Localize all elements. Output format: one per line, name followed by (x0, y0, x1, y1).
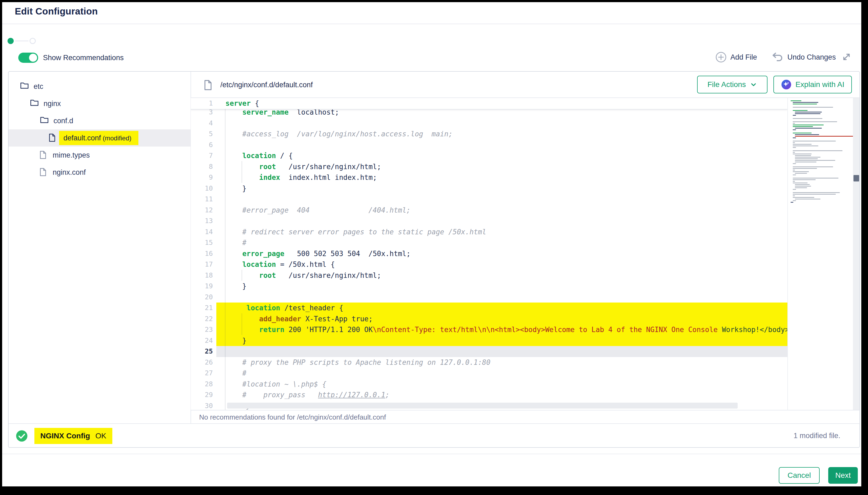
undo-changes-label: Undo Changes (787, 53, 836, 62)
code-line-12: 12 #error_page 404 /404.html; (191, 205, 787, 216)
minimap-line (793, 107, 833, 108)
line-number: 9 (191, 172, 213, 183)
explain-ai-label: Explain with AI (796, 80, 844, 89)
line-number: 4 (191, 118, 213, 129)
tree-item-nginx[interactable]: nginx (8, 95, 191, 112)
line-content: #location ~ \.php$ { (226, 379, 327, 390)
screenshot-edge-bottom (0, 487, 868, 495)
footer-divider (2, 454, 861, 454)
minimap-line (793, 183, 807, 183)
code-line-19: 19 } (191, 281, 787, 292)
line-number: 29 (191, 390, 213, 400)
minimap-line (793, 137, 796, 138)
minimap-line (795, 155, 811, 156)
line-content: # (226, 237, 246, 248)
line-content: #error_page 404 /404.html; (226, 205, 411, 216)
minimap-line (793, 189, 796, 190)
check-circle-icon (16, 430, 28, 442)
minimap-line (793, 194, 836, 194)
code-line-23: 23 return 200 'HTTP/1.1 200 OK\nContent-… (191, 324, 787, 335)
code-line-8: 8 root /usr/share/nginx/html; (191, 161, 787, 172)
file-icon (39, 168, 47, 176)
minimap-line (793, 154, 812, 154)
line-number: 27 (191, 368, 213, 379)
tree-item-conf-d[interactable]: conf.d (8, 112, 191, 130)
minimap-line (795, 161, 816, 163)
explain-with-ai-button[interactable]: Explain with AI (773, 76, 852, 93)
minimap-line (793, 170, 795, 170)
file-icon (48, 133, 56, 142)
tree-item-label: default.conf (modified) (59, 131, 138, 145)
line-number: 12 (191, 205, 213, 216)
minimap-line (795, 134, 819, 135)
tree-item-nginx-conf[interactable]: nginx.conf (8, 164, 191, 181)
sticky-line: 1server { (191, 98, 787, 109)
line-number: 8 (191, 161, 213, 172)
tree-item-mime-types[interactable]: mime.types (8, 147, 191, 164)
line-number: 10 (191, 183, 213, 194)
tree-item-label: mime.types (53, 151, 90, 159)
line-number: 26 (191, 357, 213, 368)
expand-icon[interactable] (841, 52, 852, 62)
vertical-scrollbar-thumb[interactable] (853, 175, 859, 182)
code-line-24: 24 } (191, 335, 787, 346)
undo-changes-button[interactable]: Undo Changes (772, 52, 836, 63)
modified-file-count: 1 modified file. (793, 424, 840, 448)
line-content: index index.html index.htm; (226, 172, 377, 183)
minimap-line (795, 186, 811, 187)
minimap-line (795, 187, 807, 188)
show-recommendations-toggle[interactable] (18, 53, 38, 63)
minimap-line (793, 118, 822, 119)
add-file-button[interactable]: Add File (715, 52, 757, 63)
cancel-button[interactable]: Cancel (779, 467, 820, 484)
nginx-config-value: OK (95, 432, 106, 440)
minimap-line (793, 146, 818, 146)
minimap[interactable] (787, 98, 853, 410)
minimap-line (793, 144, 812, 145)
minimap-line (795, 128, 822, 129)
file-path: /etc/nginx/conf.d/default.conf (220, 81, 313, 89)
code-line-29: 29 # proxy_pass http://127.0.0.1; (191, 390, 787, 400)
minimap-line (795, 112, 822, 113)
line-content: location = /50x.html { (226, 259, 335, 270)
code-line-21: 21 location /test_header { (191, 303, 787, 313)
code-line-1: 1server { (191, 98, 787, 109)
next-label: Next (835, 471, 851, 480)
line-content: location /test_header { (226, 303, 343, 313)
minimap-line (793, 115, 796, 116)
minimap-line (793, 171, 809, 172)
minimap-line (793, 192, 840, 193)
minimap-line (793, 178, 838, 178)
vertical-scrollbar-track[interactable] (853, 98, 860, 410)
edit-configuration-modal: Edit Configuration Show Recommendations … (0, 0, 868, 495)
file-actions-button[interactable]: File Actions (697, 76, 768, 93)
horizontal-scrollbar[interactable] (227, 403, 738, 409)
line-number: 30 (191, 400, 213, 410)
minimap-line (793, 142, 795, 143)
line-content: # proxy_pass http://127.0.0.1; (226, 390, 389, 400)
code-editor[interactable]: 3 server_name localhost;45 #access_log /… (191, 98, 787, 410)
minimap-line (793, 110, 807, 111)
minimap-line (791, 100, 801, 101)
file-icon (203, 80, 213, 90)
code-lines: 3 server_name localhost;45 #access_log /… (191, 107, 787, 410)
minimap-line (791, 202, 793, 203)
nginx-config-status-badge: NGINX ConfigOK (34, 428, 112, 444)
line-number: 5 (191, 129, 213, 140)
code-line-7: 7 location / { (191, 150, 787, 161)
line-content: #access_log /var/log/nginx/host.access.l… (226, 129, 453, 140)
line-number: 24 (191, 335, 213, 346)
minimap-line (793, 181, 795, 182)
minimap-line (793, 195, 795, 196)
minimap-line (793, 174, 796, 175)
code-line-20: 20 (191, 292, 787, 303)
line-number: 7 (191, 150, 213, 161)
code-line-26: 26 # proxy the PHP scripts to Apache lis… (191, 357, 787, 368)
ai-sparkle-icon (781, 79, 792, 90)
line-number: 25 (191, 346, 213, 357)
line-content: # redirect server error pages to the sta… (226, 226, 487, 238)
tree-item-default-conf[interactable]: default.conf (modified) (8, 130, 191, 147)
line-content: root /usr/share/nginx/html; (226, 270, 381, 281)
next-button[interactable]: Next (828, 467, 858, 484)
tree-item-etc[interactable]: etc (8, 78, 191, 95)
